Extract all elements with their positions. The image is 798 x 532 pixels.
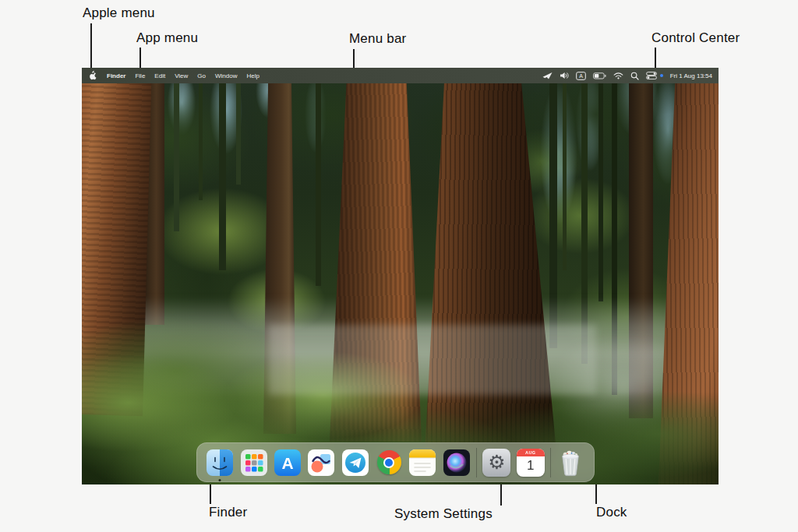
dock-item-calendar[interactable]: AUG 1 — [517, 449, 545, 477]
siri-icon — [443, 449, 471, 477]
input-source-icon[interactable]: A — [576, 72, 586, 80]
dock-item-launchpad[interactable] — [240, 449, 268, 477]
callout-line-finder — [210, 484, 211, 504]
dock-separator — [476, 448, 477, 477]
launchpad-icon — [240, 449, 268, 477]
callout-line-dock — [595, 483, 597, 504]
wallpaper-tree-trunk — [236, 68, 241, 185]
menu-bar: Finder File Edit View Go Window Help A — [82, 68, 719, 83]
chrome-icon — [377, 450, 401, 474]
annotated-macos-desktop-figure: { "annotations": { "apple_menu": "Apple … — [0, 0, 798, 532]
dock: A — [196, 442, 595, 482]
callout-line-menu-bar — [353, 49, 355, 68]
dock-item-trash[interactable] — [556, 449, 584, 477]
wifi-icon[interactable] — [613, 72, 623, 79]
app-menu-finder[interactable]: Finder — [107, 72, 125, 79]
search-icon[interactable] — [630, 72, 639, 80]
menubar-clock[interactable]: Fri 1 Aug 13:54 — [670, 72, 712, 79]
wallpaper-tree-trunk — [199, 68, 203, 200]
annotation-finder: Finder — [209, 505, 247, 520]
wallpaper-tree-trunk — [316, 68, 321, 286]
callout-line-control-center — [655, 48, 656, 68]
finder-icon — [206, 449, 234, 477]
wallpaper-tree-trunk — [219, 68, 226, 270]
dock-item-system-settings[interactable]: ⚙ — [482, 449, 510, 477]
dock-item-app-store[interactable]: A — [274, 449, 302, 477]
wallpaper-mist-front — [269, 325, 596, 395]
wallpaper-tree-trunk — [174, 68, 179, 231]
volume-icon[interactable] — [560, 72, 569, 79]
dock-separator — [550, 448, 551, 477]
annotation-app-menu: App menu — [136, 30, 198, 46]
menu-view[interactable]: View — [175, 72, 188, 79]
apple-logo-icon — [89, 70, 97, 80]
trash-icon — [556, 449, 584, 477]
dock-item-siri[interactable] — [443, 449, 471, 477]
menu-window[interactable]: Window — [215, 72, 237, 79]
menu-file[interactable]: File — [135, 72, 145, 79]
telegram-icon — [341, 449, 369, 477]
annotation-system-settings: System Settings — [394, 506, 493, 522]
macos-desktop-screenshot: Finder File Edit View Go Window Help A — [82, 68, 719, 484]
calendar-icon: AUG 1 — [517, 449, 545, 477]
battery-icon[interactable] — [593, 72, 606, 79]
control-center-icon[interactable] — [646, 72, 657, 79]
blue-status-dot — [660, 74, 663, 77]
apple-menu[interactable] — [89, 70, 97, 82]
menu-go[interactable]: Go — [197, 72, 206, 79]
wallpaper-tree-trunk — [563, 68, 567, 270]
app-store-letter: A — [281, 453, 293, 471]
menu-help[interactable]: Help — [246, 72, 259, 79]
dock-item-chrome[interactable] — [375, 449, 403, 477]
freeform-icon — [307, 449, 335, 477]
annotation-menu-bar: Menu bar — [349, 31, 406, 47]
annotation-dock: Dock — [596, 505, 627, 520]
app-store-icon: A — [274, 449, 302, 477]
wallpaper-tree-trunk — [598, 68, 603, 301]
dock-item-notes[interactable] — [408, 449, 436, 477]
calendar-month: AUG — [517, 449, 545, 456]
finder-running-indicator — [219, 479, 221, 481]
paper-plane-icon[interactable] — [542, 72, 553, 79]
callout-line-apple-menu — [90, 23, 92, 68]
callout-line-app-menu — [139, 48, 141, 68]
annotation-apple-menu: Apple menu — [83, 5, 155, 21]
dock-item-finder[interactable] — [206, 449, 234, 477]
menu-edit[interactable]: Edit — [154, 72, 165, 79]
input-source-letter: A — [579, 73, 583, 79]
annotation-control-center: Control Center — [651, 30, 740, 46]
callout-line-system-settings — [500, 483, 502, 506]
notes-icon — [408, 449, 436, 477]
system-settings-gear-icon: ⚙ — [482, 449, 510, 477]
dock-item-telegram[interactable] — [341, 449, 369, 477]
dock-item-freeform[interactable] — [307, 449, 335, 477]
calendar-day: 1 — [517, 456, 545, 477]
